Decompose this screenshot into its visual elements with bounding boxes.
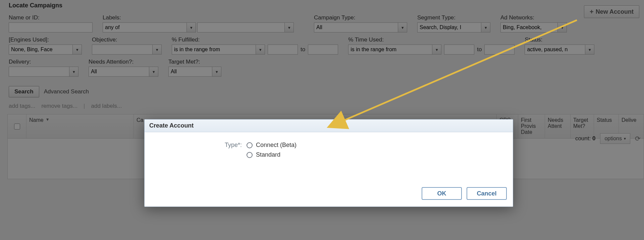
chevron-down-icon[interactable]: ▾ [212, 67, 221, 77]
filter-row-2: [Engines Used]: ▾ Objective: ▾ % Fulfill… [6, 34, 644, 57]
options-button[interactable]: options ▾ [600, 133, 630, 144]
count-label: count: [575, 135, 591, 142]
filter-row-3: Delivery: ▾ Needs Attention?: ▾ Target M… [6, 57, 644, 79]
ad-networks-combo[interactable] [500, 22, 557, 32]
chevron-down-icon[interactable]: ▾ [186, 22, 196, 32]
engines-used-combo[interactable] [9, 45, 72, 55]
options-label: options [604, 136, 622, 142]
name-or-id-input[interactable] [9, 22, 93, 32]
search-button[interactable]: Search [9, 86, 39, 97]
chevron-down-icon[interactable]: ▾ [557, 22, 567, 32]
new-account-button[interactable]: + New Account [584, 5, 639, 18]
engines-used-label: [Engines Used]: [9, 36, 82, 43]
plus-icon: + [590, 8, 594, 15]
type-option-standard-label: Standard [256, 151, 280, 158]
col-delivery[interactable]: Delive [622, 117, 636, 123]
add-labels-link[interactable]: add labels... [91, 103, 122, 109]
ad-networks-label: Ad Networks: [500, 14, 567, 21]
name-or-id-label: Name or ID: [9, 14, 93, 21]
count-area: count: 0 options ▾ ⟳ [575, 133, 641, 144]
chevron-down-icon[interactable]: ▾ [432, 45, 441, 55]
radio-icon [247, 142, 253, 148]
needs-attention-combo[interactable] [89, 67, 149, 77]
col-status[interactable]: Status [597, 117, 612, 123]
pct-time-used-label: % Time Used: [348, 36, 515, 43]
labels-op-combo[interactable] [103, 22, 186, 32]
pct-fulfilled-from-input[interactable] [268, 45, 298, 55]
pct-fulfilled-to-input[interactable] [308, 45, 338, 55]
dialog-title: Create Account [145, 119, 513, 132]
col-target-met[interactable]: Target Met? [573, 117, 591, 129]
chevron-down-icon[interactable]: ▾ [149, 67, 158, 77]
dialog-body: Type*: Connect (Beta) Standard [145, 132, 513, 182]
objective-combo[interactable] [92, 45, 152, 55]
create-account-dialog: Create Account Type*: Connect (Beta) Sta… [144, 119, 513, 207]
range-to-label: to [477, 46, 482, 53]
status-label: Status: [525, 36, 594, 43]
radio-icon [247, 152, 253, 158]
delivery-combo[interactable] [9, 67, 69, 77]
pct-time-used-to-input[interactable] [484, 45, 515, 55]
chevron-down-icon[interactable]: ▾ [69, 67, 78, 77]
dialog-footer: OK Cancel [145, 182, 513, 207]
remove-tags-link[interactable]: remove tags... [41, 103, 77, 109]
chevron-down-icon[interactable]: ▾ [256, 45, 265, 55]
segment-type-label: Segment Type: [417, 14, 490, 21]
pct-fulfilled-op-combo[interactable] [172, 45, 256, 55]
select-all-checkbox[interactable] [14, 124, 20, 130]
status-combo[interactable] [525, 45, 585, 55]
separator: | [84, 103, 85, 109]
needs-attention-label: Needs Attention?: [89, 59, 158, 65]
chevron-down-icon[interactable]: ▾ [152, 45, 162, 55]
delivery-label: Delivery: [9, 59, 78, 65]
col-needs-attention[interactable]: Needs Attent [548, 117, 568, 129]
section-title: Locate Campaigns [6, 0, 644, 12]
type-option-connect[interactable]: Connect (Beta) [247, 142, 297, 149]
col-first-provision-date[interactable]: First Provis Date [521, 117, 542, 135]
type-option-standard[interactable]: Standard [247, 151, 297, 158]
labels-value-combo[interactable] [197, 22, 284, 32]
pct-time-used-from-input[interactable] [444, 45, 474, 55]
segment-type-combo[interactable] [417, 22, 481, 32]
col-campaign[interactable]: Ca [137, 117, 143, 123]
target-met-combo[interactable] [168, 67, 212, 77]
sort-desc-icon: ▼ [46, 117, 50, 122]
ok-button[interactable]: OK [422, 187, 462, 200]
type-option-connect-label: Connect (Beta) [256, 142, 297, 149]
pct-time-used-op-combo[interactable] [348, 45, 432, 55]
objective-label: Objective: [92, 36, 162, 43]
tag-bar: add tags... remove tags... | add labels.… [6, 99, 644, 113]
chevron-down-icon[interactable]: ▾ [72, 45, 82, 55]
cancel-button[interactable]: Cancel [467, 187, 507, 200]
refresh-icon[interactable]: ⟳ [635, 135, 641, 143]
add-tags-link[interactable]: add tags... [9, 103, 35, 109]
advanced-search-link[interactable]: Advanced Search [44, 88, 89, 95]
campaign-type-combo[interactable] [314, 22, 398, 32]
chevron-down-icon[interactable]: ▾ [284, 22, 294, 32]
chevron-down-icon: ▾ [624, 136, 626, 141]
col-name[interactable]: Name [29, 117, 44, 123]
new-account-label: New Account [596, 8, 634, 15]
target-met-label: Target Met?: [168, 59, 221, 65]
campaign-type-label: Campaign Type: [314, 14, 407, 21]
chevron-down-icon[interactable]: ▾ [585, 45, 594, 55]
chevron-down-icon[interactable]: ▾ [398, 22, 407, 32]
filter-row-1: Name or ID: Labels: ▾ ▾ Campaign Type: ▾ [6, 12, 644, 34]
type-field-label: Type*: [218, 142, 242, 149]
labels-label: Labels: [103, 14, 294, 21]
pct-fulfilled-label: % Fulfilled: [172, 36, 338, 43]
range-to-label: to [301, 46, 305, 53]
count-value: 0 [592, 135, 595, 142]
chevron-down-icon[interactable]: ▾ [481, 22, 490, 32]
